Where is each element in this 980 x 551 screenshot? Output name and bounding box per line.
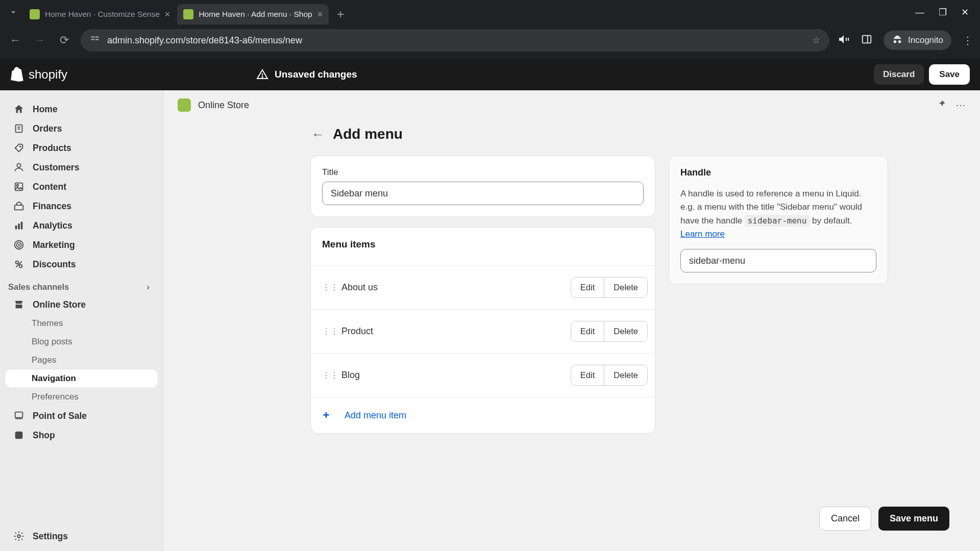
close-icon[interactable]: ×	[165, 9, 170, 20]
sidepanel-icon[interactable]	[861, 34, 872, 47]
sidebar-item-orders[interactable]: Orders	[5, 119, 158, 138]
site-settings-icon[interactable]	[90, 34, 100, 47]
delete-button[interactable]: Delete	[604, 321, 647, 341]
sidebar-item-settings[interactable]: Settings	[5, 527, 158, 546]
products-icon	[13, 142, 24, 154]
svg-point-12	[17, 164, 20, 167]
save-menu-button[interactable]: Save menu	[878, 507, 949, 531]
section-label: Sales channels	[8, 282, 69, 292]
menu-item-row: ⋮⋮ Blog Edit Delete	[311, 353, 655, 397]
svg-rect-0	[91, 36, 95, 38]
sidebar-subitem-pages[interactable]: Pages	[5, 351, 158, 369]
drag-handle-icon[interactable]: ⋮⋮	[322, 283, 330, 292]
drag-handle-icon[interactable]: ⋮⋮	[322, 370, 330, 380]
edit-button[interactable]: Edit	[571, 365, 604, 385]
reload-icon[interactable]: ⟳	[56, 34, 72, 47]
pin-icon[interactable]	[936, 99, 946, 112]
back-arrow-icon[interactable]: ←	[311, 127, 325, 142]
nav-label: Content	[33, 182, 66, 192]
orders-icon	[13, 123, 24, 134]
back-icon[interactable]: ←	[7, 34, 23, 47]
handle-help-text: A handle is used to reference a menu in …	[680, 187, 876, 241]
tab-bar: Home Haven · Customize Sense × Home Have…	[0, 0, 980, 24]
menu-item-label: Product	[341, 326, 559, 337]
browser-tab[interactable]: Home Haven · Customize Sense ×	[23, 4, 176, 24]
customers-icon	[13, 162, 24, 173]
nav-label: Marketing	[33, 240, 75, 251]
more-icon[interactable]: ⋯	[955, 99, 966, 112]
menu-items-card: Menu items ⋮⋮ About us Edit Delete ⋮⋮ Pr…	[310, 227, 655, 434]
svg-point-11	[20, 146, 21, 147]
sidebar-item-marketing[interactable]: Marketing	[5, 235, 158, 255]
menu-item-label: About us	[341, 282, 559, 293]
discard-button[interactable]: Discard	[874, 64, 924, 85]
sidebar-subitem-blog-posts[interactable]: Blog posts	[5, 333, 158, 351]
forward-icon[interactable]: →	[32, 34, 48, 47]
nav-label: Discounts	[33, 259, 76, 270]
save-button[interactable]: Save	[929, 64, 970, 85]
edit-button[interactable]: Edit	[571, 321, 604, 341]
incognito-badge[interactable]: Incognito	[884, 31, 951, 50]
delete-button[interactable]: Delete	[604, 365, 647, 385]
tab-search-dropdown[interactable]	[4, 3, 22, 21]
sidebar-item-home[interactable]: Home	[5, 99, 158, 119]
home-icon	[13, 104, 24, 115]
handle-input[interactable]	[680, 249, 876, 272]
edit-button[interactable]: Edit	[571, 278, 604, 297]
sidebar-item-finances[interactable]: Finances	[5, 196, 158, 216]
shopify-logo[interactable]: shopify	[10, 66, 67, 83]
delete-button[interactable]: Delete	[604, 278, 647, 297]
cancel-button[interactable]: Cancel	[819, 507, 871, 531]
svg-point-14	[16, 184, 18, 186]
nav-label: Products	[33, 143, 71, 154]
sidebar-item-discounts[interactable]: Discounts	[5, 255, 158, 274]
sidebar-subitem-preferences[interactable]: Preferences	[5, 388, 158, 406]
nav-label: Finances	[33, 201, 71, 212]
media-control-icon[interactable]	[838, 33, 850, 48]
learn-more-link[interactable]: Learn more	[680, 229, 725, 239]
nav-label: Orders	[33, 123, 62, 134]
close-icon[interactable]: ×	[317, 9, 323, 20]
unsaved-changes-indicator: Unsaved changes	[256, 68, 357, 81]
menu-item-row: ⋮⋮ About us Edit Delete	[311, 265, 655, 309]
new-tab-button[interactable]: +	[330, 7, 351, 21]
window-controls: — ❐ ✕	[915, 0, 980, 24]
url-bar[interactable]: admin.shopify.com/store/de8143-a6/menus/…	[81, 29, 829, 52]
svg-rect-16	[15, 226, 17, 229]
page-title: Add menu	[333, 126, 403, 142]
marketing-icon	[13, 239, 24, 251]
sidebar-item-analytics[interactable]: Analytics	[5, 216, 158, 235]
pos-icon	[13, 410, 24, 421]
nav-label: Online Store	[33, 299, 86, 310]
svg-rect-3	[95, 39, 99, 40]
sidebar-item-customers[interactable]: Customers	[5, 158, 158, 177]
sidebar-subitem-navigation[interactable]: Navigation	[5, 369, 158, 388]
nav-label: Navigation	[32, 373, 76, 384]
bookmark-icon[interactable]: ☆	[812, 35, 820, 46]
sidebar-item-products[interactable]: Products	[5, 138, 158, 158]
menu-items-header: Menu items	[311, 239, 655, 265]
sidebar-item-content[interactable]: Content	[5, 177, 158, 196]
close-window-icon[interactable]: ✕	[961, 7, 969, 18]
chevron-right-icon[interactable]: ›	[147, 282, 150, 292]
sidebar-subitem-themes[interactable]: Themes	[5, 314, 158, 333]
breadcrumb-actions: ⋯	[936, 99, 966, 112]
menu-title-input[interactable]	[322, 182, 644, 205]
nav-label: Point of Sale	[33, 411, 87, 421]
analytics-icon	[13, 220, 24, 231]
browser-toolbar-actions: Incognito ⋮	[838, 31, 973, 50]
drag-handle-icon[interactable]: ⋮⋮	[322, 327, 330, 336]
menu-item-actions: Edit Delete	[571, 277, 648, 298]
svg-point-22	[16, 261, 18, 264]
browser-tab-active[interactable]: Home Haven · Add menu · Shop ×	[177, 4, 329, 24]
browser-menu-icon[interactable]: ⋮	[963, 34, 973, 46]
store-icon	[13, 299, 24, 310]
page-header: ← Add menu	[255, 117, 888, 156]
minimize-icon[interactable]: —	[915, 7, 924, 18]
sidebar-item-shop[interactable]: Shop	[5, 425, 158, 445]
content-icon	[13, 181, 24, 192]
sidebar-item-online-store[interactable]: Online Store	[5, 295, 158, 314]
add-menu-item-button[interactable]: + Add menu item	[311, 397, 655, 433]
sidebar-item-pos[interactable]: Point of Sale	[5, 406, 158, 425]
maximize-icon[interactable]: ❐	[939, 7, 947, 18]
